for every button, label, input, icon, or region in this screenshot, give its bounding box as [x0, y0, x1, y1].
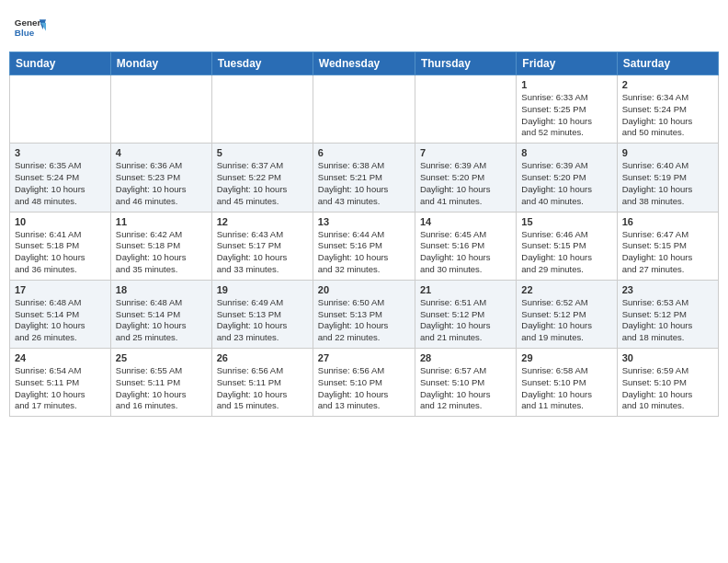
day-cell-9: 9Sunrise: 6:40 AMSunset: 5:19 PMDaylight… [617, 144, 718, 212]
day-number: 18 [116, 284, 207, 295]
day-number: 24 [15, 352, 106, 363]
day-info: Sunrise: 6:59 AMSunset: 5:10 PMDaylight:… [622, 365, 713, 412]
day-info: Sunrise: 6:39 AMSunset: 5:20 PMDaylight:… [521, 160, 611, 207]
day-number: 3 [15, 147, 106, 158]
day-cell-27: 27Sunrise: 6:56 AMSunset: 5:10 PMDayligh… [313, 349, 415, 417]
day-info: Sunrise: 6:48 AMSunset: 5:14 PMDaylight:… [116, 297, 207, 344]
day-info: Sunrise: 6:35 AMSunset: 5:24 PMDaylight:… [15, 160, 106, 207]
day-cell-28: 28Sunrise: 6:57 AMSunset: 5:10 PMDayligh… [415, 349, 516, 417]
week-row-4: 17Sunrise: 6:48 AMSunset: 5:14 PMDayligh… [10, 280, 719, 348]
empty-cell [110, 75, 211, 144]
day-info: Sunrise: 6:55 AMSunset: 5:11 PMDaylight:… [116, 365, 207, 412]
day-number: 6 [318, 147, 410, 158]
day-cell-25: 25Sunrise: 6:55 AMSunset: 5:11 PMDayligh… [110, 349, 211, 417]
day-number: 27 [318, 352, 410, 363]
day-info: Sunrise: 6:56 AMSunset: 5:10 PMDaylight:… [318, 365, 410, 412]
logo: General Blue [13, 13, 46, 46]
day-number: 8 [521, 147, 611, 158]
day-number: 23 [622, 284, 713, 295]
day-info: Sunrise: 6:47 AMSunset: 5:15 PMDaylight:… [622, 229, 713, 276]
day-number: 1 [521, 79, 611, 90]
week-row-1: 1Sunrise: 6:33 AMSunset: 5:25 PMDaylight… [10, 75, 719, 144]
weekday-header-row: SundayMondayTuesdayWednesdayThursdayFrid… [10, 52, 719, 75]
day-info: Sunrise: 6:53 AMSunset: 5:12 PMDaylight:… [622, 297, 713, 344]
day-info: Sunrise: 6:50 AMSunset: 5:13 PMDaylight:… [318, 297, 410, 344]
day-info: Sunrise: 6:42 AMSunset: 5:18 PMDaylight:… [116, 229, 207, 276]
weekday-header-sunday: Sunday [10, 52, 111, 75]
day-cell-30: 30Sunrise: 6:59 AMSunset: 5:10 PMDayligh… [617, 349, 718, 417]
day-number: 19 [217, 284, 308, 295]
day-cell-23: 23Sunrise: 6:53 AMSunset: 5:12 PMDayligh… [617, 280, 718, 348]
day-cell-1: 1Sunrise: 6:33 AMSunset: 5:25 PMDaylight… [517, 75, 617, 144]
day-cell-2: 2Sunrise: 6:34 AMSunset: 5:24 PMDaylight… [617, 75, 718, 144]
day-number: 28 [420, 352, 511, 363]
day-number: 4 [116, 147, 207, 158]
day-info: Sunrise: 6:37 AMSunset: 5:22 PMDaylight:… [217, 160, 308, 207]
day-number: 16 [622, 216, 713, 227]
day-number: 22 [521, 284, 611, 295]
day-number: 2 [622, 79, 713, 90]
day-number: 9 [622, 147, 713, 158]
day-number: 29 [521, 352, 611, 363]
week-row-5: 24Sunrise: 6:54 AMSunset: 5:11 PMDayligh… [10, 349, 719, 417]
day-number: 25 [116, 352, 207, 363]
day-number: 13 [318, 216, 410, 227]
day-cell-19: 19Sunrise: 6:49 AMSunset: 5:13 PMDayligh… [211, 280, 313, 348]
day-info: Sunrise: 6:36 AMSunset: 5:23 PMDaylight:… [116, 160, 207, 207]
day-cell-11: 11Sunrise: 6:42 AMSunset: 5:18 PMDayligh… [110, 212, 211, 280]
day-info: Sunrise: 6:38 AMSunset: 5:21 PMDaylight:… [318, 160, 410, 207]
day-cell-26: 26Sunrise: 6:56 AMSunset: 5:11 PMDayligh… [211, 349, 313, 417]
day-info: Sunrise: 6:43 AMSunset: 5:17 PMDaylight:… [217, 229, 308, 276]
day-number: 5 [217, 147, 308, 158]
day-info: Sunrise: 6:57 AMSunset: 5:10 PMDaylight:… [420, 365, 511, 412]
day-number: 30 [622, 352, 713, 363]
weekday-header-friday: Friday [517, 52, 617, 75]
day-info: Sunrise: 6:54 AMSunset: 5:11 PMDaylight:… [15, 365, 106, 412]
day-info: Sunrise: 6:49 AMSunset: 5:13 PMDaylight:… [217, 297, 308, 344]
day-info: Sunrise: 6:56 AMSunset: 5:11 PMDaylight:… [217, 365, 308, 412]
day-cell-18: 18Sunrise: 6:48 AMSunset: 5:14 PMDayligh… [110, 280, 211, 348]
day-info: Sunrise: 6:48 AMSunset: 5:14 PMDaylight:… [15, 297, 106, 344]
logo-icon: General Blue [13, 13, 46, 46]
day-info: Sunrise: 6:41 AMSunset: 5:18 PMDaylight:… [15, 229, 106, 276]
day-cell-22: 22Sunrise: 6:52 AMSunset: 5:12 PMDayligh… [517, 280, 617, 348]
day-cell-3: 3Sunrise: 6:35 AMSunset: 5:24 PMDaylight… [10, 144, 111, 212]
day-cell-14: 14Sunrise: 6:45 AMSunset: 5:16 PMDayligh… [415, 212, 516, 280]
weekday-header-saturday: Saturday [617, 52, 718, 75]
day-number: 7 [420, 147, 511, 158]
header: General Blue [9, 9, 719, 46]
weekday-header-thursday: Thursday [415, 52, 516, 75]
day-number: 17 [15, 284, 106, 295]
week-row-2: 3Sunrise: 6:35 AMSunset: 5:24 PMDaylight… [10, 144, 719, 212]
day-cell-29: 29Sunrise: 6:58 AMSunset: 5:10 PMDayligh… [517, 349, 617, 417]
day-number: 26 [217, 352, 308, 363]
day-number: 15 [521, 216, 611, 227]
weekday-header-tuesday: Tuesday [211, 52, 313, 75]
day-cell-16: 16Sunrise: 6:47 AMSunset: 5:15 PMDayligh… [617, 212, 718, 280]
day-cell-17: 17Sunrise: 6:48 AMSunset: 5:14 PMDayligh… [10, 280, 111, 348]
day-info: Sunrise: 6:39 AMSunset: 5:20 PMDaylight:… [420, 160, 511, 207]
weekday-header-monday: Monday [110, 52, 211, 75]
day-cell-21: 21Sunrise: 6:51 AMSunset: 5:12 PMDayligh… [415, 280, 516, 348]
day-number: 11 [116, 216, 207, 227]
day-info: Sunrise: 6:58 AMSunset: 5:10 PMDaylight:… [521, 365, 611, 412]
day-number: 12 [217, 216, 308, 227]
day-cell-5: 5Sunrise: 6:37 AMSunset: 5:22 PMDaylight… [211, 144, 313, 212]
day-number: 10 [15, 216, 106, 227]
empty-cell [313, 75, 415, 144]
weekday-header-wednesday: Wednesday [313, 52, 415, 75]
day-cell-12: 12Sunrise: 6:43 AMSunset: 5:17 PMDayligh… [211, 212, 313, 280]
day-cell-8: 8Sunrise: 6:39 AMSunset: 5:20 PMDaylight… [517, 144, 617, 212]
day-cell-10: 10Sunrise: 6:41 AMSunset: 5:18 PMDayligh… [10, 212, 111, 280]
empty-cell [415, 75, 516, 144]
day-info: Sunrise: 6:40 AMSunset: 5:19 PMDaylight:… [622, 160, 713, 207]
day-info: Sunrise: 6:44 AMSunset: 5:16 PMDaylight:… [318, 229, 410, 276]
day-cell-20: 20Sunrise: 6:50 AMSunset: 5:13 PMDayligh… [313, 280, 415, 348]
day-cell-13: 13Sunrise: 6:44 AMSunset: 5:16 PMDayligh… [313, 212, 415, 280]
day-info: Sunrise: 6:51 AMSunset: 5:12 PMDaylight:… [420, 297, 511, 344]
day-info: Sunrise: 6:33 AMSunset: 5:25 PMDaylight:… [521, 92, 611, 139]
empty-cell [10, 75, 111, 144]
empty-cell [211, 75, 313, 144]
day-cell-15: 15Sunrise: 6:46 AMSunset: 5:15 PMDayligh… [517, 212, 617, 280]
calendar-table: SundayMondayTuesdayWednesdayThursdayFrid… [9, 52, 719, 417]
